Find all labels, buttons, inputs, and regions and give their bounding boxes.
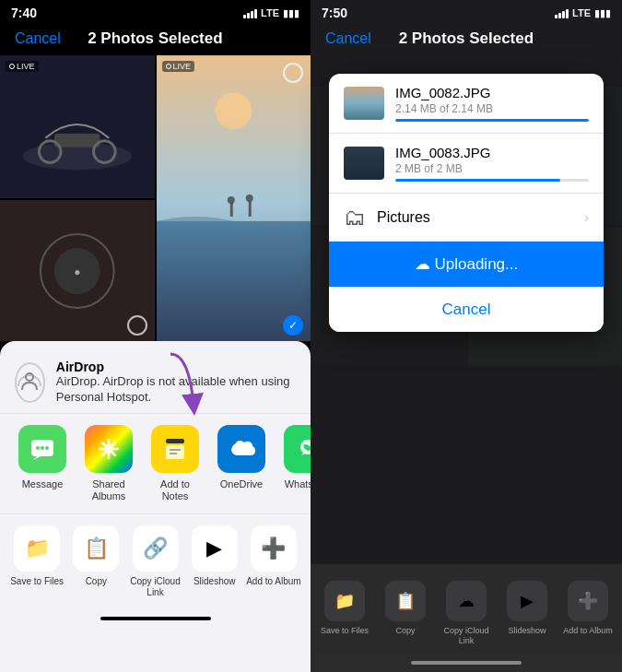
app-item-notes[interactable]: Add to Notes	[147, 425, 203, 502]
battery-left: ▮▮▮	[283, 7, 299, 19]
app-item-onedrive[interactable]: OneDrive	[214, 425, 269, 502]
thumb-dark-2	[344, 147, 384, 180]
svg-rect-10	[248, 201, 251, 217]
svg-point-16	[26, 373, 33, 381]
status-bar-left: 7:40 LTE ▮▮▮	[0, 0, 311, 26]
app-item-whatsapp[interactable]: WhatsApp	[280, 425, 311, 502]
file-name-2: IMG_0083.JPG	[395, 145, 589, 160]
file-thumb-2	[344, 147, 384, 180]
action-copy-cloud-right[interactable]: ☁ Copy iCloud Link	[436, 581, 497, 646]
action-add-album[interactable]: ➕ Add to Album	[244, 525, 303, 598]
photo-cell-moto[interactable]: ●	[0, 200, 155, 341]
action-row-right: 📁 Save to Files 📋 Copy ☁ Copy iCloud Lin…	[311, 573, 622, 654]
action-copy[interactable]: 📋 Copy	[66, 525, 125, 598]
airdrop-text: AirDrop AirDrop. AirDrop is not availabl…	[56, 360, 296, 406]
copy-label-right: Copy	[395, 626, 415, 636]
nav-title-right: 2 Photos Selected	[399, 29, 534, 48]
app-row-container: Message	[0, 414, 311, 514]
left-panel: 7:40 LTE ▮▮▮ Cancel 2 Photos Selected LI…	[0, 0, 311, 672]
live-badge-1: LIVE	[6, 61, 39, 72]
svg-rect-22	[166, 439, 184, 443]
lte-label-right: LTE	[572, 7, 591, 18]
live-dot-2	[166, 64, 171, 69]
beach-scene-svg	[157, 55, 311, 341]
action-copy-right[interactable]: 📋 Copy	[375, 581, 436, 646]
home-indicator-right	[311, 654, 622, 672]
status-icons-left: LTE ▮▮▮	[243, 7, 299, 19]
svg-rect-23	[166, 445, 184, 459]
progress-fill-2	[395, 179, 560, 182]
folder-row[interactable]: 🗂 Pictures ›	[329, 194, 604, 242]
home-bar-left	[100, 617, 211, 620]
cancel-button-right[interactable]: Cancel	[325, 30, 371, 47]
action-slideshow[interactable]: ▶ Slideshow	[185, 525, 244, 598]
onedrive-icon	[217, 425, 265, 473]
live-badge-2: LIVE	[162, 61, 195, 72]
cancel-modal-button[interactable]: Cancel	[329, 287, 604, 332]
shared-albums-label: Shared Albums	[81, 478, 136, 502]
photos-icon	[85, 425, 133, 473]
action-copy-icloud[interactable]: 🔗 Copy iCloud Link	[125, 525, 184, 598]
right-panel: 7:50 LTE ▮▮▮ Cancel 2 Photos Selected	[311, 0, 622, 672]
upload-button[interactable]: ☁ Uploading...	[329, 242, 604, 287]
cancel-button-left[interactable]: Cancel	[15, 30, 61, 47]
home-indicator-left	[0, 609, 311, 628]
slideshow-icon-right: ▶	[507, 581, 547, 621]
photo-cell-beach[interactable]: LIVE	[157, 55, 311, 341]
onedrive-label: OneDrive	[220, 478, 263, 490]
add-album-icon: ➕	[251, 525, 297, 572]
signal-bars-left	[243, 7, 257, 18]
folder-left: 🗂 Pictures	[344, 205, 430, 230]
upload-cloud-icon: ☁	[415, 255, 435, 273]
photo-cell-dark[interactable]: LIVE	[0, 55, 155, 198]
airdrop-svg	[17, 370, 42, 395]
empty-circle-beach	[283, 63, 303, 83]
copy-label: Copy	[86, 576, 107, 587]
svg-point-9	[227, 196, 234, 204]
folder-name: Pictures	[377, 209, 430, 226]
add-album-label: Add to Album	[246, 576, 300, 587]
nav-bar-right: Cancel 2 Photos Selected	[311, 26, 622, 55]
whatsapp-icon	[284, 425, 311, 473]
whatsapp-label: WhatsApp	[285, 478, 311, 490]
add-album-label-right: Add to Album	[563, 626, 613, 636]
action-slideshow-right[interactable]: ▶ Slideshow	[497, 581, 557, 646]
notes-icon	[151, 425, 199, 473]
svg-point-11	[245, 195, 252, 202]
svg-rect-2	[54, 134, 100, 147]
slideshow-label: Slideshow	[194, 576, 236, 587]
add-album-icon-right: ➕	[568, 581, 608, 621]
copy-cloud-label-right: Copy iCloud Link	[436, 626, 497, 646]
file-size-1: 2.14 MB of 2.14 MB	[395, 102, 589, 115]
app-row: Message	[0, 414, 311, 514]
file-name-1: IMG_0082.JPG	[395, 85, 589, 100]
action-save-right[interactable]: 📁 Save to Files	[314, 581, 375, 646]
save-files-icon: 📁	[14, 525, 60, 572]
check-circle-beach: ✓	[283, 315, 303, 336]
signal-bars-right	[555, 7, 569, 18]
app-item-message[interactable]: Message	[15, 425, 70, 502]
file-info-1: IMG_0082.JPG 2.14 MB of 2.14 MB	[395, 85, 589, 122]
copy-icon: 📋	[73, 525, 119, 572]
battery-right: ▮▮▮	[594, 7, 611, 19]
thumb-beach-1	[344, 87, 384, 120]
action-add-album-right[interactable]: ➕ Add to Album	[557, 581, 618, 646]
home-bar-right	[411, 661, 522, 665]
progress-bar-1	[395, 119, 589, 122]
app-item-photos[interactable]: Shared Albums	[81, 425, 136, 502]
action-save-files[interactable]: 📁 Save to Files	[7, 525, 66, 598]
photos-grid-left: LIVE LIVE	[0, 55, 311, 341]
share-sheet-left: AirDrop AirDrop. AirDrop is not availabl…	[0, 341, 311, 672]
svg-rect-0	[0, 56, 155, 197]
nav-bar-left: Cancel 2 Photos Selected	[0, 26, 311, 55]
slideshow-label-right: Slideshow	[508, 626, 546, 636]
airdrop-description: AirDrop. AirDrop is not available when u…	[56, 374, 296, 406]
svg-point-20	[45, 446, 49, 450]
airdrop-row: AirDrop AirDrop. AirDrop is not availabl…	[0, 352, 311, 414]
message-icon	[18, 425, 66, 473]
status-icons-right: LTE ▮▮▮	[555, 7, 611, 19]
folder-icon: 🗂	[344, 205, 366, 230]
share-sheet-right: 📁 Save to Files 📋 Copy ☁ Copy iCloud Lin…	[311, 564, 622, 672]
save-label-right: Save to Files	[321, 626, 369, 636]
copy-icloud-icon: 🔗	[133, 525, 179, 572]
